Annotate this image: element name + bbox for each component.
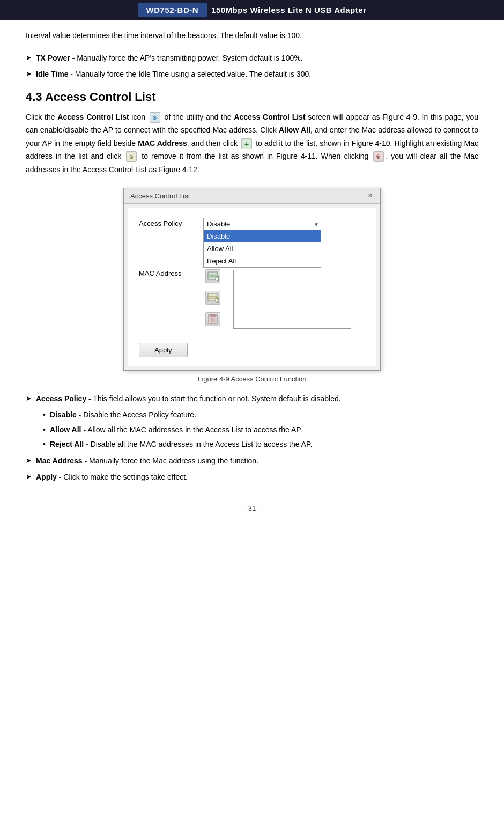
bullet-arrow-4: ➤: [26, 455, 32, 467]
tx-power-label: TX Power -: [36, 54, 75, 62]
mac-address-control: + ▶: [203, 268, 365, 329]
remove-icon: ▶: [205, 291, 220, 305]
page-number: - 31 -: [26, 504, 478, 523]
sub-bullet-allow-all: • Allow All - Allow all the MAC addresse…: [43, 424, 478, 436]
bullet-access-policy-text: Access Policy - This field allows you to…: [36, 393, 341, 404]
acl-utility-icon: ⚙: [150, 112, 160, 123]
add-mac-button[interactable]: + ▶: [203, 268, 223, 285]
dropdown-option-allow-all[interactable]: Allow All: [204, 242, 321, 255]
bullet-apply: ➤ Apply - Click to make the settings tak…: [26, 471, 478, 483]
svg-text:▶: ▶: [216, 298, 219, 302]
sub-dot-2: •: [43, 424, 46, 436]
section-title: 4.3 Access Control List: [26, 90, 478, 104]
clear-icon-inline: 🗑: [373, 151, 384, 162]
access-policy-control: Disable ▼ Disable Allow All Reject All: [203, 218, 365, 230]
bullet-mac-address: ➤ Mac Address - Manually force the Mac a…: [26, 455, 478, 467]
dialog-title: Access Control List: [130, 192, 190, 200]
acl-bold-1: Access Control List: [57, 113, 129, 121]
figure-container: Access Control List × Access Policy Disa…: [26, 188, 478, 383]
access-policy-selected[interactable]: Disable: [203, 218, 321, 230]
bullet-tx-power: ➤ TX Power - Manually force the AP's tra…: [26, 52, 478, 64]
intro-text: Interval value determines the time inter…: [26, 30, 478, 42]
idle-time-label: Idle Time -: [36, 70, 73, 78]
bullet-idle-time-text: Idle Time - Manually force the Idle Time…: [36, 68, 311, 80]
mac-address-icons-area: + ▶: [203, 268, 365, 329]
body-paragraph: Click the Access Control List icon ⚙ of …: [26, 111, 478, 176]
apply-button[interactable]: Apply: [139, 343, 188, 357]
bullet-access-policy: ➤ Access Policy - This field allows you …: [26, 393, 478, 404]
dropdown-option-reject-all[interactable]: Reject All: [204, 255, 321, 267]
sub-bullet-allow-all-text: Allow All - Allow all the MAC addresses …: [50, 424, 302, 436]
dialog-titlebar: Access Control List ×: [124, 188, 380, 204]
dialog-window: Access Control List × Access Policy Disa…: [123, 188, 381, 371]
acl-bold-2: Access Control List: [234, 113, 305, 121]
main-content: Interval value determines the time inter…: [0, 20, 504, 539]
sub-bullet-disable-text: Disable - Disable the Access Policy feat…: [50, 409, 196, 421]
bullet-arrow-2: ➤: [26, 69, 32, 80]
bullet-idle-time: ➤ Idle Time - Manually force the Idle Ti…: [26, 68, 478, 80]
svg-text:▶: ▶: [216, 277, 219, 281]
svg-rect-15: [211, 314, 215, 315]
remove-icon-inline: 🗎: [126, 151, 137, 162]
page-header: WD752-BD-N 150Mbps Wireless Lite N USB A…: [0, 0, 504, 20]
apply-label-b: Apply -: [36, 473, 61, 481]
access-policy-dropdown[interactable]: Disable Allow All Reject All: [203, 230, 321, 268]
add-icon-inline: +: [241, 138, 252, 149]
remove-mac-button[interactable]: ▶: [203, 289, 223, 306]
mac-list-box[interactable]: [233, 270, 351, 329]
access-policy-row: Access Policy Disable ▼ Disable Allow Al…: [139, 218, 365, 230]
dialog-body: Access Policy Disable ▼ Disable Allow Al…: [128, 208, 376, 366]
allow-all-label: Allow All -: [50, 425, 86, 434]
bullet-tx-power-text: TX Power - Manually force the AP's trans…: [36, 52, 303, 64]
bullet-arrow-1: ➤: [26, 53, 32, 64]
sub-bullet-reject-all: • Reject All - Disable all the MAC addre…: [43, 438, 478, 450]
figure-caption: Figure 4-9 Access Control Function: [197, 375, 306, 383]
dropdown-option-disable[interactable]: Disable: [204, 230, 321, 242]
allow-all-bold: Allow All: [279, 126, 310, 134]
mac-address-label: MAC Address: [139, 268, 203, 277]
access-policy-label: Access Policy: [139, 218, 203, 227]
svg-text:+: +: [211, 274, 214, 279]
bullet-apply-text: Apply - Click to make the settings take …: [36, 471, 188, 483]
access-policy-label-b: Access Policy -: [36, 394, 91, 403]
sub-bullet-disable: • Disable - Disable the Access Policy fe…: [43, 409, 478, 421]
bullet-mac-address-text: Mac Address - Manually force the Mac add…: [36, 455, 258, 467]
mac-address-bold: MAC Address: [138, 139, 187, 148]
icon-column: + ▶: [203, 268, 223, 328]
model-label: WD752-BD-N: [138, 3, 207, 17]
sub-bullet-reject-all-text: Reject All - Disable all the MAC address…: [50, 438, 312, 450]
bottom-bullets: ➤ Access Policy - This field allows you …: [26, 393, 478, 483]
bullet-arrow-5: ➤: [26, 472, 32, 483]
sub-dot-3: •: [43, 438, 46, 450]
mac-icons-column: + ▶: [203, 268, 229, 328]
description-label: 150Mbps Wireless Lite N USB Adapter: [211, 5, 366, 14]
top-bullets: ➤ TX Power - Manually force the AP's tra…: [26, 52, 478, 80]
mac-address-row: MAC Address: [139, 268, 365, 329]
dialog-close-button[interactable]: ×: [367, 192, 374, 200]
sub-dot-1: •: [43, 409, 46, 421]
reject-all-label: Reject All -: [50, 440, 88, 448]
access-policy-select-wrapper[interactable]: Disable ▼ Disable Allow All Reject All: [203, 218, 321, 230]
svg-rect-11: [210, 315, 216, 317]
apply-button-container: Apply: [139, 336, 365, 357]
mac-address-label-b: Mac Address -: [36, 457, 87, 465]
disable-label: Disable -: [50, 410, 81, 419]
clear-mac-button[interactable]: [203, 311, 223, 328]
bullet-arrow-3: ➤: [26, 393, 32, 404]
clear-icon: [205, 312, 220, 326]
add-icon: + ▶: [205, 269, 220, 283]
